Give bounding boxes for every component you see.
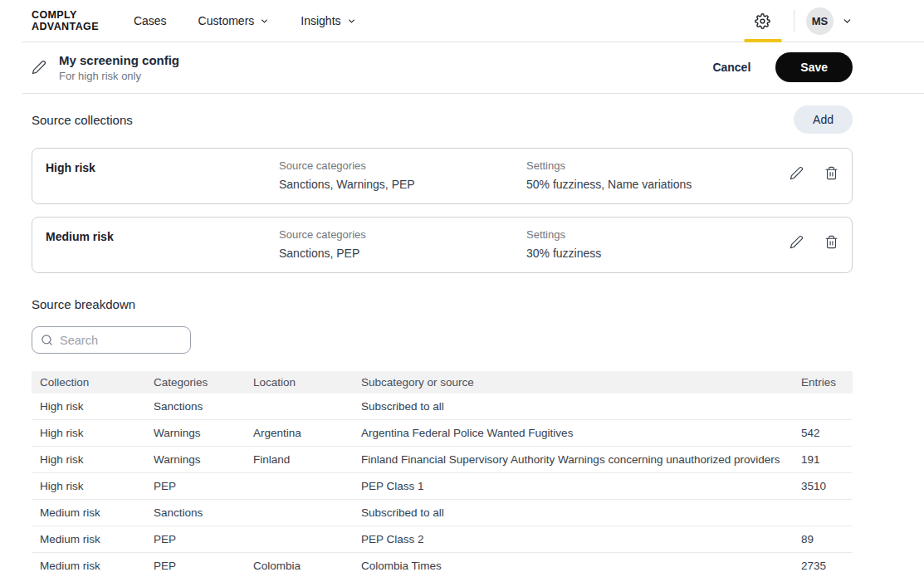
settings-label: Settings [526,228,774,241]
settings-value: 30% fuzziness [526,247,774,260]
table-row: Medium risk Sanctions Subscribed to all [32,500,853,526]
cell-entries: 2735 [793,553,853,577]
chevron-down-icon [347,17,356,26]
cell-subcategory: Colombia Times [353,553,793,577]
column-header-categories: Categories [145,371,245,394]
settings-label: Settings [526,159,774,172]
nav-item-label: Cases [134,14,167,27]
cancel-button[interactable]: Cancel [712,61,750,74]
categories-value: Sanctions, PEP [279,247,526,260]
cell-entries: 191 [793,447,853,473]
chevron-down-icon [260,17,269,26]
cell-collection: High risk [32,447,145,473]
cell-categories: PEP [145,473,245,500]
nav-item-label: Insights [301,14,340,27]
collection-settings-block: Settings 50% fuzziness, Name variations [526,159,774,191]
collection-card-medium-risk: Medium risk Source categories Sanctions,… [32,217,853,273]
edit-collection-button[interactable] [790,166,804,180]
pencil-icon [790,235,804,249]
cell-location: Finland [245,447,353,473]
nav-divider [794,10,794,32]
column-header-entries: Entries [793,371,853,394]
app-root: COMPLY ADVANTAGE Cases Customers Insight… [22,0,924,577]
cell-location: Colombia [245,553,353,577]
categories-value: Sanctions, Warnings, PEP [279,178,526,191]
gear-icon [755,13,770,29]
trash-icon [824,235,838,249]
search-icon [41,334,53,346]
edit-collection-button[interactable] [790,235,804,249]
page-title: My screening config [59,53,179,67]
settings-nav-button[interactable] [743,0,782,42]
column-header-collection: Collection [32,371,145,394]
delete-collection-button[interactable] [824,166,838,180]
nav-right: MS [743,0,853,42]
pencil-icon [790,166,804,180]
collection-actions [774,228,838,249]
cell-collection: Medium risk [32,526,145,553]
comply-advantage-logo[interactable]: COMPLY ADVANTAGE [32,9,99,32]
cell-location [245,500,353,526]
cell-subcategory: PEP Class 1 [353,473,793,500]
column-header-location: Location [245,371,353,394]
edit-title-pencil-icon[interactable] [32,60,46,75]
cell-subcategory: Subscribed to all [353,394,793,420]
cell-location [245,473,353,500]
page-subtitle: For high risk only [59,70,179,82]
save-button[interactable]: Save [775,52,853,82]
cell-subcategory: Argentina Federal Police Wanted Fugitive… [353,420,793,447]
nav-item-label: Customers [198,14,255,27]
cell-collection: Medium risk [32,553,145,577]
table-row: Medium risk PEP PEP Class 2 89 [32,526,853,553]
cell-location [245,394,353,420]
search-input[interactable] [60,334,182,347]
cell-categories: PEP [145,526,245,553]
table-header-row: Collection Categories Location Subcatego… [32,371,853,394]
collection-settings-block: Settings 30% fuzziness [526,228,774,260]
collection-categories-block: Source categories Sanctions, PEP [279,228,526,260]
delete-collection-button[interactable] [824,235,838,249]
page-header: My screening config For high risk only C… [22,42,924,94]
collection-card-high-risk: High risk Source categories Sanctions, W… [32,148,853,204]
logo-line-2: ADVANTAGE [32,21,99,32]
add-collection-button[interactable]: Add [794,105,853,134]
cell-subcategory: PEP Class 2 [353,526,793,553]
cell-categories: Sanctions [145,394,245,420]
table-row: High risk PEP PEP Class 1 3510 [32,473,853,500]
cell-location: Argentina [245,420,353,447]
source-breakdown-title: Source breakdown [32,297,853,311]
logo-line-1: COMPLY [32,9,99,21]
cell-entries: 542 [793,420,853,447]
nav-item-insights[interactable]: Insights [301,14,355,27]
collection-actions [774,159,838,180]
cell-entries: 3510 [793,473,853,500]
column-header-subcategory: Subcategory or source [353,371,793,394]
main-content: Source collections Add High risk Source … [22,105,924,577]
nav-item-customers[interactable]: Customers [198,14,270,27]
table-row: Medium risk PEP Colombia Colombia Times … [32,553,853,577]
cell-collection: High risk [32,420,145,447]
cell-entries [793,500,853,526]
avatar[interactable]: MS [806,7,834,35]
source-collections-title: Source collections [32,113,133,127]
table-row: High risk Sanctions Subscribed to all [32,394,853,420]
cell-collection: High risk [32,473,145,500]
active-nav-indicator [744,39,781,42]
cell-subcategory: Subscribed to all [353,500,793,526]
collection-name: Medium risk [46,228,279,243]
source-breakdown-table: Collection Categories Location Subcatego… [32,371,853,577]
cell-entries [793,394,853,420]
collection-name: High risk [46,159,279,174]
search-box[interactable] [32,326,191,354]
cell-categories: Warnings [145,447,245,473]
table-row: High risk Warnings Finland Finland Finan… [32,447,853,473]
page-title-block: My screening config For high risk only [59,53,179,82]
cell-location [245,526,353,553]
cell-entries: 89 [793,526,853,553]
settings-value: 50% fuzziness, Name variations [526,178,774,191]
table-row: High risk Warnings Argentina Argentina F… [32,420,853,447]
account-menu-chevron-icon[interactable] [842,16,853,27]
cell-subcategory: Finland Financial Supervisory Authority … [353,447,793,473]
nav-item-cases[interactable]: Cases [134,14,167,27]
nav-items: Cases Customers Insights [134,14,356,27]
